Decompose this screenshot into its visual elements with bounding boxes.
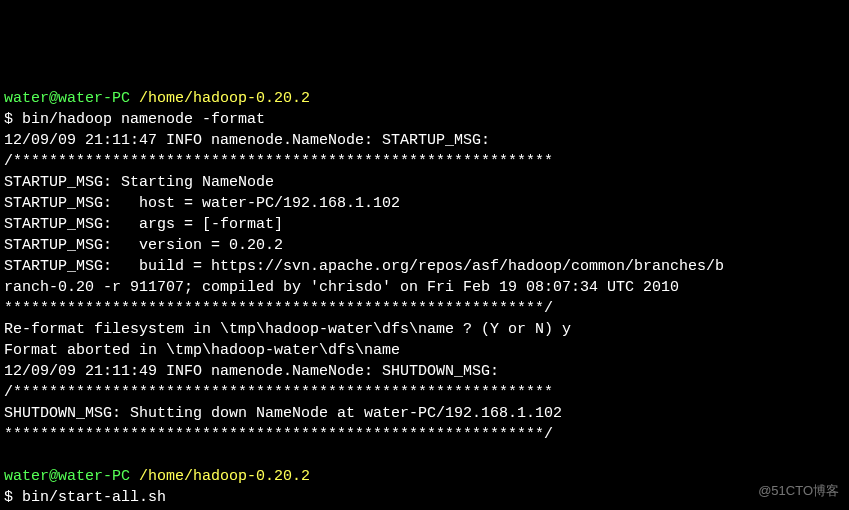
output1-line: 12/09/09 21:11:49 INFO namenode.NameNode… [4,361,845,382]
output1-line: STARTUP_MSG: version = 0.20.2 [4,235,845,256]
output1-line: STARTUP_MSG: build = https://svn.apache.… [4,256,845,277]
output1-line: Re-format filesystem in \tmp\hadoop-wate… [4,319,845,340]
output1-line: SHUTDOWN_MSG: Shutting down NameNode at … [4,403,845,424]
output1-line: STARTUP_MSG: args = [-format] [4,214,845,235]
output1-line: 12/09/09 21:11:47 INFO namenode.NameNode… [4,130,845,151]
prompt-user-host: water@water-PC [4,468,139,485]
command-line-1[interactable]: $ bin/hadoop namenode -format [4,109,845,130]
prompt-user-host: water@water-PC [4,90,139,107]
prompt-dollar: $ [4,489,22,506]
command-line-2[interactable]: $ bin/start-all.sh [4,487,845,508]
terminal-output[interactable]: water@water-PC /home/hadoop-0.20.2$ bin/… [4,88,845,510]
prompt-line-2: water@water-PC /home/hadoop-0.20.2 [4,466,845,487]
command-text: bin/start-all.sh [22,489,166,506]
output1-line: STARTUP_MSG: host = water-PC/192.168.1.1… [4,193,845,214]
prompt-line-1: water@water-PC /home/hadoop-0.20.2 [4,88,845,109]
output1-line: Format aborted in \tmp\hadoop-water\dfs\… [4,340,845,361]
prompt-path: /home/hadoop-0.20.2 [139,468,310,485]
output1-line: STARTUP_MSG: Starting NameNode [4,172,845,193]
watermark: @51CTO博客 [758,482,839,500]
output1-line: /***************************************… [4,382,845,403]
output1-line: /***************************************… [4,151,845,172]
prompt-dollar: $ [4,111,22,128]
output1-line: ****************************************… [4,298,845,319]
prompt-path: /home/hadoop-0.20.2 [139,90,310,107]
output1-line: ****************************************… [4,424,845,445]
output1-line: ranch-0.20 -r 911707; compiled by 'chris… [4,277,845,298]
command-text: bin/hadoop namenode -format [22,111,265,128]
output1-line [4,445,845,466]
